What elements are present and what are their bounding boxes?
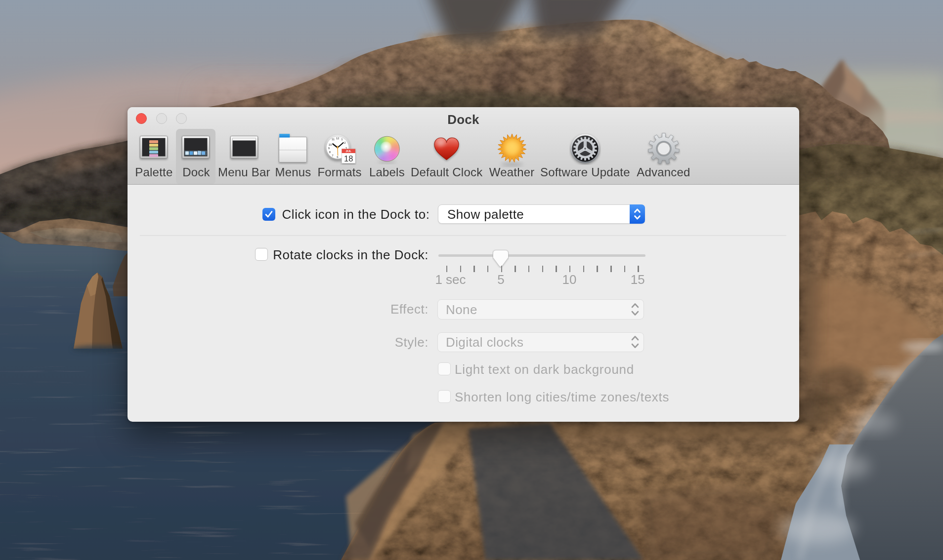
svg-text:12: 12 <box>336 137 340 140</box>
svg-text:18: 18 <box>344 154 353 163</box>
svg-text:JUL: JUL <box>345 149 351 153</box>
svg-text:10: 10 <box>329 143 332 146</box>
svg-text:11: 11 <box>332 138 335 141</box>
